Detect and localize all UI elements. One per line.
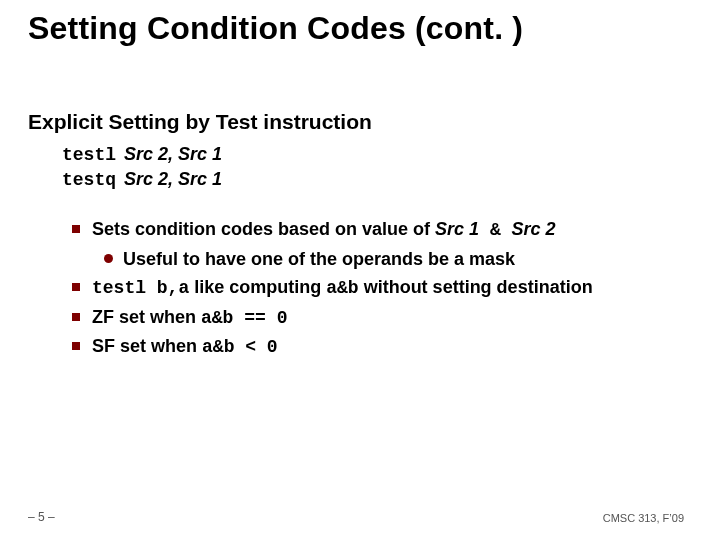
text: Sets condition codes based on value of [92,219,435,239]
section-heading: Explicit Setting by Test instruction [28,110,372,134]
circle-bullet-icon [104,254,113,263]
instruction-block: testl Src 2, Src 1 testq Src 2, Src 1 [62,142,222,193]
page-number: – 5 – [28,510,55,524]
course-tag: CMSC 313, F’09 [603,512,684,524]
square-bullet-icon [72,342,80,350]
text: ZF set when [92,307,201,327]
src2: Src 2 [512,219,556,239]
bullet-text: SF set when a&b < 0 [92,335,278,359]
code: a&b == 0 [201,308,287,328]
code: testl b,a [92,278,189,298]
text: without setting destination [359,277,593,297]
slide: Setting Condition Codes (cont. ) Explici… [0,0,720,540]
bullet-item: testl b,a like computing a&b without set… [72,276,680,300]
instruction-row: testq Src 2, Src 1 [62,167,222,192]
text: like computing [189,277,326,297]
src1: Src 1 [435,219,479,239]
bullet-item: SF set when a&b < 0 [72,335,680,359]
code: a&b [326,278,358,298]
ampersand: & [479,220,511,240]
bullet-text: testl b,a like computing a&b without set… [92,276,593,300]
square-bullet-icon [72,283,80,291]
code: a&b < 0 [202,337,278,357]
bullet-item: ZF set when a&b == 0 [72,306,680,330]
operands: Src 2, Src 1 [124,142,222,166]
bullet-text: Sets condition codes based on value of S… [92,218,556,242]
text: SF set when [92,336,202,356]
bullet-item: Sets condition codes based on value of S… [72,218,680,242]
sub-bullet-item: Useful to have one of the operands be a … [104,248,680,271]
square-bullet-icon [72,313,80,321]
slide-title: Setting Condition Codes (cont. ) [28,10,523,47]
bullet-list: Sets condition codes based on value of S… [72,218,680,365]
bullet-text: ZF set when a&b == 0 [92,306,287,330]
mnemonic: testl [62,143,116,167]
sub-bullet-text: Useful to have one of the operands be a … [123,248,515,271]
mnemonic: testq [62,168,116,192]
square-bullet-icon [72,225,80,233]
instruction-row: testl Src 2, Src 1 [62,142,222,167]
operands: Src 2, Src 1 [124,167,222,191]
